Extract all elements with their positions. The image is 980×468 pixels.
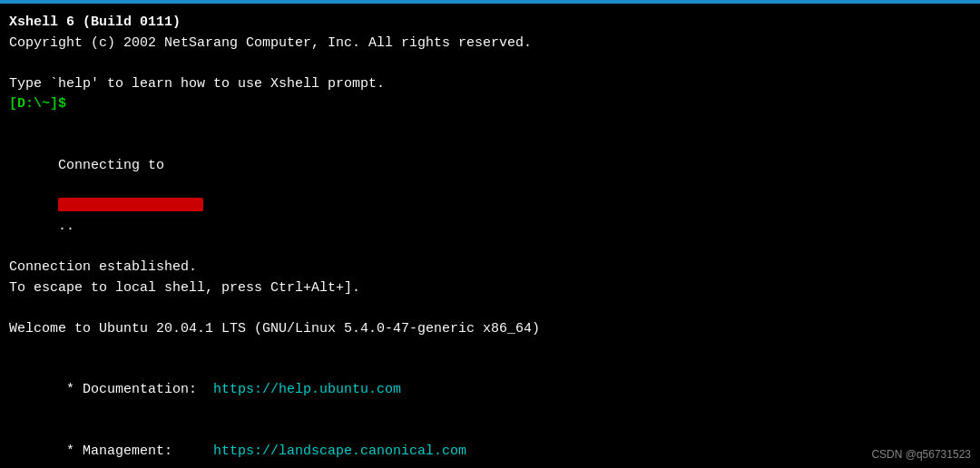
line-prompt-local: [D:\~]$ [9,94,971,115]
doc-label: * Documentation: [58,382,213,397]
terminal-content[interactable]: Xshell 6 (Build 0111) Copyright (c) 2002… [9,7,971,468]
redacted-ip [58,198,203,211]
terminal-window: Xshell 6 (Build 0111) Copyright (c) 2002… [0,0,980,468]
doc-url: https://help.ubuntu.com [213,382,401,397]
line-blank4 [9,339,971,360]
mgmt-label: * Management: [58,444,213,459]
line-connecting: Connecting to .. [9,135,971,258]
line-help: Type `help' to learn how to use Xshell p… [9,74,971,95]
watermark: CSDN @q56731523 [871,448,971,461]
connecting-space [58,178,66,193]
line-blank3 [9,298,971,319]
line-title: Xshell 6 (Build 0111) [9,13,971,34]
title-bar [0,0,980,4]
line-copyright: Copyright (c) 2002 NetSarang Computer, I… [9,34,971,54]
connecting-text-start: Connecting to [58,158,164,173]
line-established: Connection established. [9,258,971,278]
line-mgmt: * Management: https://landscape.canonica… [9,421,971,468]
line-blank2 [9,115,971,136]
local-prompt: [D:\~]$ [9,96,66,112]
line-doc: * Documentation: https://help.ubuntu.com [9,360,971,422]
mgmt-url: https://landscape.canonical.com [213,444,466,459]
line-welcome-ubuntu: Welcome to Ubuntu 20.04.1 LTS (GNU/Linux… [9,319,971,340]
line-blank1 [9,54,971,74]
connecting-dots: .. [58,219,74,234]
line-escape: To escape to local shell, press Ctrl+Alt… [9,278,971,299]
